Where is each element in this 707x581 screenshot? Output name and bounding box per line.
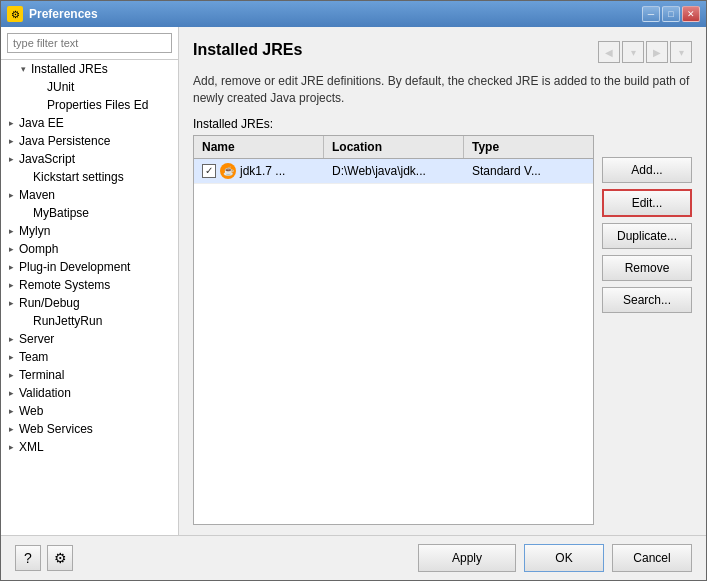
edit-button[interactable]: Edit... [602,189,692,217]
nav-back-button[interactable]: ◀ [598,41,620,63]
maximize-button[interactable]: □ [662,6,680,22]
remove-button[interactable]: Remove [602,255,692,281]
jre-table: Name Location Type ✓ ☕ jdk1.7 ... D:\Web… [193,135,594,525]
sidebar-item-mybatipse[interactable]: MyBatipse [1,204,178,222]
sidebar-item-mylyn[interactable]: Mylyn [1,222,178,240]
sidebar-item-remote-systems[interactable]: Remote Systems [1,276,178,294]
sidebar-label: Java Persistence [19,134,110,148]
sidebar-label: Installed JREs [31,62,108,76]
action-buttons: Add... Edit... Duplicate... Remove Searc… [602,135,692,525]
apply-button[interactable]: Apply [418,544,516,572]
cell-name: ✓ ☕ jdk1.7 ... [194,159,324,183]
sidebar-label: Team [19,350,48,364]
sidebar-label: Validation [19,386,71,400]
sidebar-label: Properties Files Ed [47,98,148,112]
bottom-bar: ? ⚙ Apply OK Cancel [1,535,706,580]
sidebar: Installed JREs JUnit Properties Files Ed… [1,27,179,535]
title-bar: ⚙ Preferences ─ □ ✕ [1,1,706,27]
sidebar-label: Plug-in Development [19,260,130,274]
sidebar-item-properties[interactable]: Properties Files Ed [1,96,178,114]
expand-arrow-terminal [5,369,17,381]
duplicate-button[interactable]: Duplicate... [602,223,692,249]
nav-dropdown-button[interactable]: ▾ [622,41,644,63]
expand-arrow-mylyn [5,225,17,237]
sidebar-label: MyBatipse [33,206,89,220]
expand-arrow-xml [5,441,17,453]
sidebar-item-java-ee[interactable]: Java EE [1,114,178,132]
sidebar-item-xml[interactable]: XML [1,438,178,456]
expand-arrow-run-debug [5,297,17,309]
sidebar-item-plugin-dev[interactable]: Plug-in Development [1,258,178,276]
search-button[interactable]: Search... [602,287,692,313]
sidebar-label: Web [19,404,43,418]
leaf-icon-properties [33,99,45,111]
sidebar-item-web[interactable]: Web [1,402,178,420]
preferences-window: ⚙ Preferences ─ □ ✕ Installed JREs JUnit [0,0,707,581]
sidebar-label: Server [19,332,54,346]
ok-button[interactable]: OK [524,544,604,572]
minimize-button[interactable]: ─ [642,6,660,22]
sidebar-label: XML [19,440,44,454]
expand-arrow-maven [5,189,17,201]
sidebar-item-server[interactable]: Server [1,330,178,348]
search-input[interactable] [7,33,172,53]
window-icon: ⚙ [7,6,23,22]
expand-arrow-java-persistence [5,135,17,147]
leaf-icon-kickstart [19,171,31,183]
main-panel: Installed JREs ◀ ▾ ▶ ▾ Add, remove or ed… [179,27,706,535]
bottom-right: Apply OK Cancel [418,544,692,572]
table-row[interactable]: ✓ ☕ jdk1.7 ... D:\Web\java\jdk... Standa… [194,159,593,184]
expand-arrow-oomph [5,243,17,255]
column-header-location[interactable]: Location [324,136,464,158]
sidebar-item-kickstart[interactable]: Kickstart settings [1,168,178,186]
expand-arrow-remote-systems [5,279,17,291]
sidebar-item-javascript[interactable]: JavaScript [1,150,178,168]
column-header-type[interactable]: Type [464,136,593,158]
table-body: ✓ ☕ jdk1.7 ... D:\Web\java\jdk... Standa… [194,159,593,524]
leaf-icon-mybatipse [19,207,31,219]
window-controls: ─ □ ✕ [642,6,700,22]
sidebar-label: Web Services [19,422,93,436]
leaf-icon-junit [33,81,45,93]
cell-location: D:\Web\java\jdk... [324,160,464,182]
nav-arrows: ◀ ▾ ▶ ▾ [598,41,692,63]
sidebar-item-java-persistence[interactable]: Java Persistence [1,132,178,150]
settings-button[interactable]: ⚙ [47,545,73,571]
sidebar-label: Kickstart settings [33,170,124,184]
sidebar-item-oomph[interactable]: Oomph [1,240,178,258]
expand-arrow-javascript [5,153,17,165]
add-button[interactable]: Add... [602,157,692,183]
jre-name: jdk1.7 ... [240,164,285,178]
content-area: Installed JREs JUnit Properties Files Ed… [1,27,706,535]
sidebar-label: Terminal [19,368,64,382]
sidebar-item-maven[interactable]: Maven [1,186,178,204]
search-box [1,27,178,60]
column-header-name[interactable]: Name [194,136,324,158]
expand-arrow-jres [17,63,29,75]
sidebar-item-terminal[interactable]: Terminal [1,366,178,384]
sidebar-item-validation[interactable]: Validation [1,384,178,402]
nav-forward-button[interactable]: ▶ [646,41,668,63]
sidebar-item-installed-jres[interactable]: Installed JREs [1,60,178,78]
window-title: Preferences [29,7,98,21]
bottom-left: ? ⚙ [15,545,73,571]
nav-forward-dropdown-button[interactable]: ▾ [670,41,692,63]
sidebar-item-team[interactable]: Team [1,348,178,366]
help-button[interactable]: ? [15,545,41,571]
sidebar-item-run-debug[interactable]: Run/Debug [1,294,178,312]
sidebar-item-junit[interactable]: JUnit [1,78,178,96]
close-button[interactable]: ✕ [682,6,700,22]
sidebar-label: Maven [19,188,55,202]
jre-checkbox[interactable]: ✓ [202,164,216,178]
table-header: Name Location Type [194,136,593,159]
sidebar-label: Java EE [19,116,64,130]
sidebar-label: RunJettyRun [33,314,102,328]
panel-description: Add, remove or edit JRE definitions. By … [193,73,692,107]
panel-title: Installed JREs [193,41,302,59]
sidebar-item-runjettyrun[interactable]: RunJettyRun [1,312,178,330]
sidebar-item-web-services[interactable]: Web Services [1,420,178,438]
main-header: Installed JREs ◀ ▾ ▶ ▾ [193,41,692,73]
sidebar-label: Run/Debug [19,296,80,310]
cancel-button[interactable]: Cancel [612,544,692,572]
sidebar-label: Oomph [19,242,58,256]
